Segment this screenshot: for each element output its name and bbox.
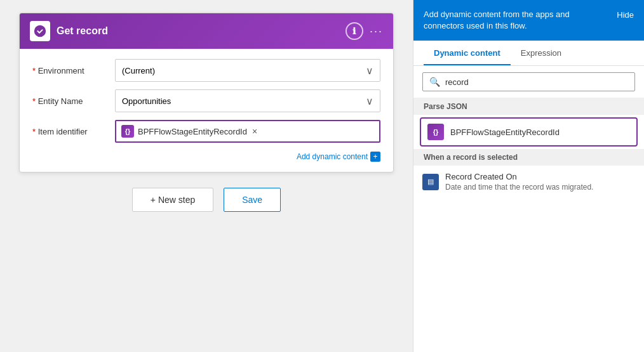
token-text: BPFFlowStageEntityRecordId bbox=[138, 127, 247, 136]
card-header-icon bbox=[30, 21, 50, 41]
search-box: 🔍 bbox=[422, 72, 635, 91]
record-created-icon: ▤ bbox=[422, 174, 439, 190]
token-close-button[interactable]: × bbox=[252, 126, 257, 136]
left-panel: Get record ℹ ··· Environment (Current) ∨… bbox=[0, 0, 413, 352]
tab-expression[interactable]: Expression bbox=[511, 41, 572, 65]
action-buttons: + New step Save bbox=[132, 188, 281, 212]
tab-dynamic-content-label: Dynamic content bbox=[434, 48, 500, 58]
record-created-text: Record Created On Date and time that the… bbox=[445, 172, 635, 192]
add-dynamic-content-link[interactable]: Add dynamic content + bbox=[297, 152, 380, 162]
right-panel-header: Add dynamic content from the apps and co… bbox=[413, 0, 644, 41]
environment-row: Environment (Current) ∨ bbox=[32, 59, 380, 82]
environment-value: (Current) bbox=[122, 66, 155, 75]
svg-point-0 bbox=[34, 25, 46, 37]
parse-json-section-label: Parse JSON bbox=[413, 98, 644, 115]
card-header: Get record ℹ ··· bbox=[20, 13, 393, 49]
card-body: Environment (Current) ∨ Entity Name Oppo… bbox=[20, 49, 393, 172]
search-icon: 🔍 bbox=[429, 77, 440, 87]
item-identifier-row: Item identifier {} BPFFlowStageEntityRec… bbox=[32, 120, 380, 143]
bpf-item-name: BPFFlowStageEntityRecordId bbox=[450, 127, 630, 137]
dynamic-content-body: Parse JSON {} BPFFlowStageEntityRecordId… bbox=[413, 98, 644, 352]
bpf-item-icon: {} bbox=[427, 124, 444, 140]
entity-name-label: Entity Name bbox=[32, 96, 109, 106]
tab-expression-label: Expression bbox=[521, 48, 561, 58]
new-step-button[interactable]: + New step bbox=[132, 188, 213, 212]
tab-dynamic-content[interactable]: Dynamic content bbox=[424, 41, 511, 65]
token-icon: {} bbox=[121, 125, 134, 138]
info-button[interactable]: ℹ bbox=[345, 22, 363, 40]
search-input[interactable] bbox=[445, 77, 628, 87]
more-button[interactable]: ··· bbox=[370, 25, 383, 38]
token-chip: {} BPFFlowStageEntityRecordId bbox=[121, 125, 247, 138]
bpf-item-text: BPFFlowStageEntityRecordId bbox=[450, 127, 630, 137]
when-record-section-label: When a record is selected bbox=[413, 149, 644, 166]
item-identifier-field[interactable]: {} BPFFlowStageEntityRecordId × bbox=[115, 120, 380, 143]
hide-button[interactable]: Hide bbox=[617, 9, 634, 20]
environment-dropdown[interactable]: (Current) ∨ bbox=[115, 59, 380, 82]
entity-name-dropdown[interactable]: Opportunities ∨ bbox=[115, 89, 380, 112]
right-panel: Add dynamic content from the apps and co… bbox=[413, 0, 644, 352]
environment-label: Environment bbox=[32, 66, 109, 75]
entity-arrow-icon: ∨ bbox=[366, 95, 373, 107]
right-panel-header-text: Add dynamic content from the apps and co… bbox=[424, 9, 617, 32]
dynamic-item-record-created[interactable]: ▤ Record Created On Date and time that t… bbox=[413, 166, 644, 198]
save-button[interactable]: Save bbox=[224, 188, 281, 212]
record-created-desc: Date and time that the record was migrat… bbox=[445, 183, 635, 192]
entity-name-value: Opportunities bbox=[122, 96, 171, 106]
item-identifier-label: Item identifier bbox=[32, 127, 109, 136]
record-created-name: Record Created On bbox=[445, 172, 635, 181]
add-dynamic-content-row: Add dynamic content + bbox=[32, 150, 380, 162]
environment-arrow-icon: ∨ bbox=[366, 65, 373, 77]
plus-box-icon: + bbox=[370, 152, 380, 162]
add-dynamic-content-label: Add dynamic content bbox=[297, 152, 368, 161]
dynamic-item-bpf[interactable]: {} BPFFlowStageEntityRecordId bbox=[420, 117, 638, 147]
entity-name-row: Entity Name Opportunities ∨ bbox=[32, 89, 380, 112]
search-box-wrapper: 🔍 bbox=[413, 66, 644, 98]
tabs-row: Dynamic content Expression bbox=[413, 41, 644, 66]
get-record-card: Get record ℹ ··· Environment (Current) ∨… bbox=[19, 13, 394, 173]
card-title: Get record bbox=[57, 25, 339, 37]
